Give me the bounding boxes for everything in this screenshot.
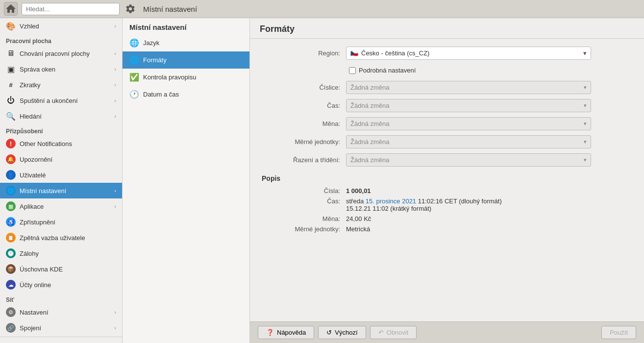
merne-jednotky-row: Měrné jednotky: Žádná změna ▾ [262,135,632,148]
gear-icon [124,2,137,16]
sidebar-item-spojeni[interactable]: 🔗 Spojení › [0,320,122,336]
middle-item-label: Jazyk [143,39,159,47]
sidebar-item-label: Spojení [20,324,41,332]
sprava-oken-icon: ▣ [6,64,16,74]
region-select[interactable]: 🇨🇿 Česko - čeština (cs_CZ) ▾ [346,47,591,60]
detail-settings-checkbox[interactable] [349,67,356,74]
desc-cas-value: středa 15. prosince 2021 11:02:16 CET (d… [346,197,502,212]
cas-select: Žádná změna ▾ [346,99,591,112]
sidebar-item-label: Zkratky [20,81,41,89]
razeni-arrow: ▾ [584,157,587,163]
cas-label: Čas: [262,102,340,109]
sidebar-item-label: Zálohy [20,250,39,257]
search-input[interactable] [22,3,120,15]
sidebar-item-zpetna-vazba[interactable]: 📋 Zpětná vazba uživatele [0,230,122,245]
sidebar-item-mistni-nastaveni[interactable]: 🌐 Místní nastavení › [0,183,122,198]
napoveda-label: Nápověda [277,329,306,336]
desc-mena-value: 24,00 Kč [346,215,371,222]
datum-cas-icon: 🕐 [129,90,139,99]
sidebar-section-sit: Síť [0,293,122,304]
hledani-icon: 🔍 [6,111,16,121]
middle-item-label: Formáty [143,56,167,64]
middle-item-formaty[interactable]: 🌐 Formáty [123,51,249,69]
arrow-icon: › [114,203,116,209]
cislice-label: Číslice: [262,84,340,91]
sidebar-item-zalohy[interactable]: 🕐 Zálohy [0,245,122,261]
sidebar-item-spusteni[interactable]: ⏻ Spuštění a ukončení › [0,93,122,108]
sidebar-item-uschovna[interactable]: 📦 Úschovna KDE [0,261,122,277]
desc-cas-short: 15.12.21 11:02 (krátký formát) [346,205,431,212]
region-value: Česko - čeština (cs_CZ) [361,49,429,57]
sidebar-item-label: Účty online [20,281,51,289]
sidebar-item-zpristupneni[interactable]: ♿ Zpřístupnění [0,214,122,230]
middle-item-label: Datum a čas [143,91,179,98]
bottom-bar: ❓ Nápověda ↺ Výchozí ↶ Obnovit Použít [250,321,644,343]
middle-item-jazyk[interactable]: 🌐 Jazyk [123,34,249,51]
mena-row: Měna: Žádná změna ▾ [262,117,632,130]
cislice-arrow: ▾ [584,84,587,91]
sidebar-item-label: Vzhled [20,23,39,30]
main-layout: 🎨 Vzhled › Pracovní plocha 🖥 Chování pra… [0,18,644,343]
sidebar-item-label: Úschovna KDE [20,266,63,273]
sidebar-item-zkratky[interactable]: # Zkratky › [0,77,122,93]
zkratky-icon: # [6,80,16,90]
region-label: Region: [262,49,340,57]
desc-row-cas: Čas: středa 15. prosince 2021 11:02:16 C… [262,197,632,212]
arrow-icon: › [114,82,116,88]
content-body: Region: 🇨🇿 Česko - čeština (cs_CZ) ▾ Pod… [250,39,644,321]
sidebar-item-zvyraznit[interactable]: ✏ Zvýraznit změněná nastavení [0,338,122,343]
sidebar: 🎨 Vzhled › Pracovní plocha 🖥 Chování pra… [0,18,123,343]
sidebar-item-chovani[interactable]: 🖥 Chování pracovní plochy › [0,46,122,61]
home-button[interactable] [4,2,18,16]
obnovit-label: Obnovit [387,329,409,336]
middle-item-kontrola-pravopisu[interactable]: ✅ Kontrola pravopisu [123,69,249,86]
middle-panel-title: Místní nastavení [123,18,249,34]
sidebar-item-hledani[interactable]: 🔍 Hledání › [0,108,122,124]
sidebar-item-uzivatele[interactable]: 👤 Uživatelé [0,167,122,183]
desc-cisla-label: Čísla: [262,187,340,195]
desc-mena-label: Měna: [262,215,340,222]
sidebar-item-label: Místní nastavení [20,187,66,195]
middle-item-datum-cas[interactable]: 🕐 Datum a čas [123,86,249,103]
vychozi-icon: ↺ [326,329,332,336]
sidebar-item-label: Spuštění a ukončení [20,97,78,104]
sidebar-item-label: Aplikace [20,203,44,210]
region-dropdown-arrow: ▾ [583,49,587,57]
uschovna-icon: 📦 [6,264,16,274]
merne-jednotky-arrow: ▾ [584,139,587,145]
vychozi-label: Výchozí [335,329,357,336]
sidebar-section-prizpusobeni: Přizpůsobení [0,124,122,136]
sidebar-item-vzhled[interactable]: 🎨 Vzhled › [0,18,122,34]
napoveda-button[interactable]: ❓ Nápověda [258,326,314,339]
cislice-select: Žádná změna ▾ [346,81,591,94]
arrow-icon: › [114,113,116,119]
zvyraznit-icon: ✏ [6,341,16,343]
uzivatele-icon: 👤 [6,170,16,180]
vychozi-button[interactable]: ↺ Výchozí [318,326,366,339]
spojeni-icon: 🔗 [6,323,16,333]
sidebar-item-nastaveni[interactable]: ⚙ Nastavení › [0,304,122,320]
sidebar-item-upozorneni[interactable]: 🔔 Upozornění [0,151,122,167]
sidebar-item-other-notifications[interactable]: ! Other Notifications [0,136,122,151]
topbar-title: Místní nastavení [143,5,197,13]
pouzit-label: Použít [610,329,628,336]
sidebar-item-aplikace[interactable]: ▦ Aplikace › [0,198,122,214]
merne-jednotky-label: Měrné jednotky: [262,138,340,146]
pouzit-button: Použít [601,326,636,339]
description-section: Popis Čísla: 1 000,01 Čas: středa 15. pr… [262,174,632,233]
arrow-icon: › [114,325,116,331]
arrow-icon: › [114,98,116,103]
topbar: Místní nastavení [0,0,644,18]
content-title: Formáty [250,18,644,39]
sidebar-item-label: Nastavení [20,309,49,316]
desc-row-merne: Měrné jednotky: Metrická [262,225,632,233]
nastaveni-icon: ⚙ [6,307,16,317]
mena-label: Měna: [262,120,340,127]
sidebar-item-label: Zpětná vazba uživatele [20,234,85,242]
sidebar-item-sprava-oken[interactable]: ▣ Správa oken › [0,61,122,77]
arrow-icon: › [114,66,116,72]
obnovit-icon: ↶ [378,329,384,336]
cislice-value: Žádná změna [350,84,390,91]
sidebar-item-label: Uživatelé [20,172,46,179]
sidebar-item-ucty-online[interactable]: ☁ Účty online [0,277,122,293]
